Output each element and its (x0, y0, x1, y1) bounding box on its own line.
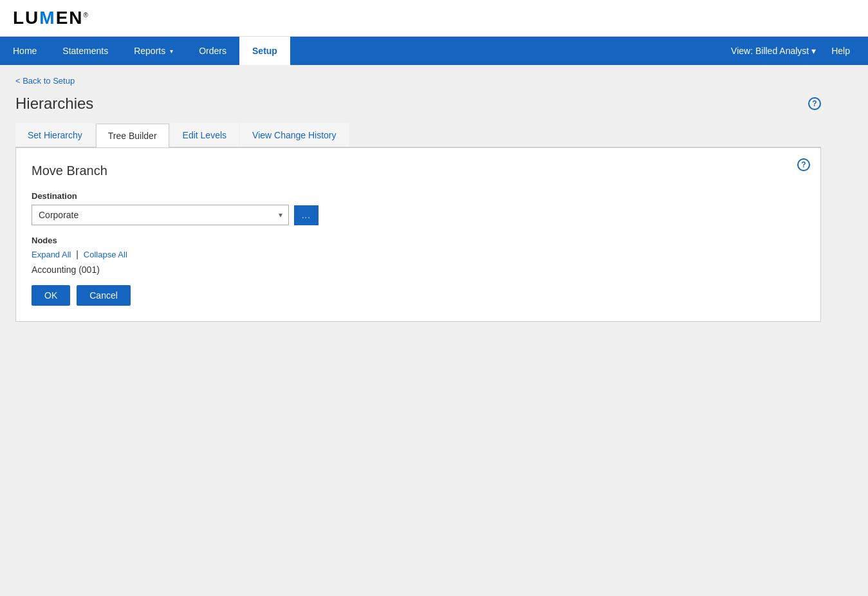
expand-all-link[interactable]: Expand All (32, 250, 71, 259)
logo: LUMEN® (13, 8, 89, 28)
destination-select[interactable]: Corporate (32, 205, 289, 225)
node-item: Accounting (001) (32, 265, 805, 275)
header: LUMEN® (0, 0, 868, 37)
ok-button[interactable]: OK (32, 285, 70, 306)
analyst-caret-icon: ▾ (811, 46, 816, 56)
btn-row: OK Cancel (32, 285, 805, 306)
tabs: Set Hierarchy Tree Builder Edit Levels V… (15, 123, 821, 147)
nav-left: Home Statements Reports ▾ Orders Setup (0, 37, 290, 65)
view-analyst-menu[interactable]: View: Billed Analyst ▾ (723, 46, 824, 56)
nav-setup[interactable]: Setup (239, 37, 290, 65)
move-branch-card: ? Move Branch Destination Corporate ... … (15, 147, 821, 322)
nodes-links: Expand All | Collapse All (32, 249, 805, 259)
tab-tree-builder[interactable]: Tree Builder (96, 124, 169, 147)
nav-orders[interactable]: Orders (186, 37, 239, 65)
content: < Back to Setup Hierarchies ? Set Hierar… (0, 65, 836, 332)
page-help-icon[interactable]: ? (808, 97, 821, 110)
destination-select-wrapper: Corporate (32, 205, 289, 225)
destination-row: Corporate ... (32, 205, 805, 225)
tab-set-hierarchy[interactable]: Set Hierarchy (15, 123, 95, 147)
nav-reports[interactable]: Reports ▾ (121, 37, 186, 65)
nav-help[interactable]: Help (824, 46, 858, 56)
page-title-row: Hierarchies ? (15, 95, 821, 123)
back-to-setup-link[interactable]: < Back to Setup (15, 76, 75, 86)
tab-edit-levels[interactable]: Edit Levels (171, 123, 239, 147)
page-title: Hierarchies (15, 95, 93, 113)
tab-view-change-history[interactable]: View Change History (240, 123, 348, 147)
cancel-button[interactable]: Cancel (77, 285, 131, 306)
card-title: Move Branch (32, 163, 805, 178)
nav-home[interactable]: Home (0, 37, 50, 65)
nav-right: View: Billed Analyst ▾ Help (723, 37, 868, 65)
browse-button[interactable]: ... (294, 205, 319, 225)
main-nav: Home Statements Reports ▾ Orders Setup V… (0, 37, 868, 65)
nav-statements[interactable]: Statements (50, 37, 121, 65)
reports-caret-icon: ▾ (170, 48, 173, 55)
card-help-icon[interactable]: ? (797, 158, 810, 171)
destination-label: Destination (32, 191, 805, 201)
nodes-separator: | (76, 249, 78, 259)
collapse-all-link[interactable]: Collapse All (84, 250, 127, 259)
nodes-label: Nodes (32, 236, 805, 245)
